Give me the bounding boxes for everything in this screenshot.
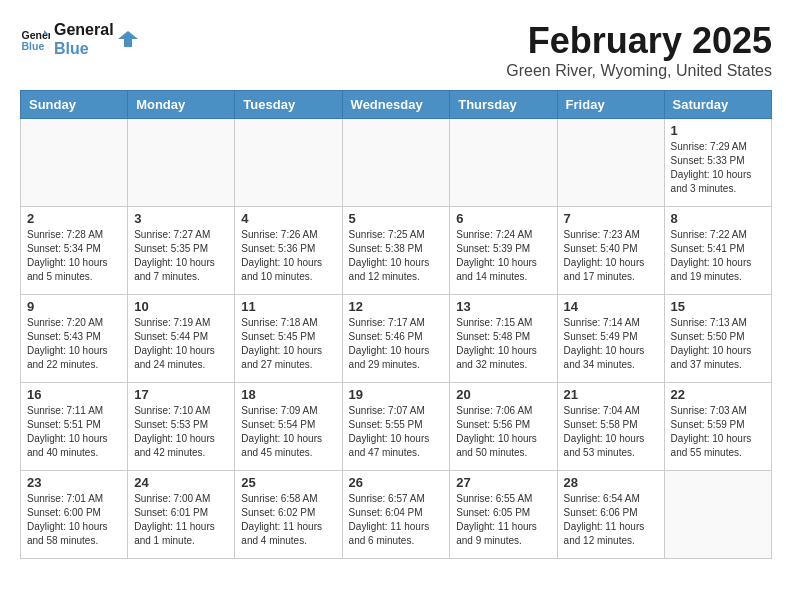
weekday-header-monday: Monday xyxy=(128,91,235,119)
day-info: Sunrise: 7:04 AM Sunset: 5:58 PM Dayligh… xyxy=(564,404,658,460)
calendar-cell: 17Sunrise: 7:10 AM Sunset: 5:53 PM Dayli… xyxy=(128,383,235,471)
day-number: 7 xyxy=(564,211,658,226)
day-info: Sunrise: 7:00 AM Sunset: 6:01 PM Dayligh… xyxy=(134,492,228,548)
logo-bird-icon xyxy=(118,29,138,49)
calendar-cell: 6Sunrise: 7:24 AM Sunset: 5:39 PM Daylig… xyxy=(450,207,557,295)
day-info: Sunrise: 7:19 AM Sunset: 5:44 PM Dayligh… xyxy=(134,316,228,372)
day-info: Sunrise: 7:09 AM Sunset: 5:54 PM Dayligh… xyxy=(241,404,335,460)
day-info: Sunrise: 7:25 AM Sunset: 5:38 PM Dayligh… xyxy=(349,228,444,284)
day-number: 11 xyxy=(241,299,335,314)
calendar-cell: 10Sunrise: 7:19 AM Sunset: 5:44 PM Dayli… xyxy=(128,295,235,383)
calendar-cell: 15Sunrise: 7:13 AM Sunset: 5:50 PM Dayli… xyxy=(664,295,771,383)
day-info: Sunrise: 7:06 AM Sunset: 5:56 PM Dayligh… xyxy=(456,404,550,460)
calendar-cell: 18Sunrise: 7:09 AM Sunset: 5:54 PM Dayli… xyxy=(235,383,342,471)
weekday-header-sunday: Sunday xyxy=(21,91,128,119)
day-number: 6 xyxy=(456,211,550,226)
calendar-cell xyxy=(235,119,342,207)
calendar-title: February 2025 xyxy=(506,20,772,62)
svg-marker-3 xyxy=(118,31,138,47)
calendar-week-row: 16Sunrise: 7:11 AM Sunset: 5:51 PM Dayli… xyxy=(21,383,772,471)
calendar-cell: 24Sunrise: 7:00 AM Sunset: 6:01 PM Dayli… xyxy=(128,471,235,559)
day-number: 10 xyxy=(134,299,228,314)
day-info: Sunrise: 7:26 AM Sunset: 5:36 PM Dayligh… xyxy=(241,228,335,284)
weekday-header-row: SundayMondayTuesdayWednesdayThursdayFrid… xyxy=(21,91,772,119)
day-number: 2 xyxy=(27,211,121,226)
day-number: 9 xyxy=(27,299,121,314)
calendar-cell: 5Sunrise: 7:25 AM Sunset: 5:38 PM Daylig… xyxy=(342,207,450,295)
logo-blue: Blue xyxy=(54,39,114,58)
day-number: 19 xyxy=(349,387,444,402)
calendar-cell: 25Sunrise: 6:58 AM Sunset: 6:02 PM Dayli… xyxy=(235,471,342,559)
calendar-cell: 4Sunrise: 7:26 AM Sunset: 5:36 PM Daylig… xyxy=(235,207,342,295)
calendar-cell: 3Sunrise: 7:27 AM Sunset: 5:35 PM Daylig… xyxy=(128,207,235,295)
day-number: 14 xyxy=(564,299,658,314)
calendar-cell: 8Sunrise: 7:22 AM Sunset: 5:41 PM Daylig… xyxy=(664,207,771,295)
page-header: General Blue General Blue February 2025 … xyxy=(20,20,772,80)
calendar-cell: 16Sunrise: 7:11 AM Sunset: 5:51 PM Dayli… xyxy=(21,383,128,471)
calendar-cell: 23Sunrise: 7:01 AM Sunset: 6:00 PM Dayli… xyxy=(21,471,128,559)
day-info: Sunrise: 7:27 AM Sunset: 5:35 PM Dayligh… xyxy=(134,228,228,284)
calendar-cell: 28Sunrise: 6:54 AM Sunset: 6:06 PM Dayli… xyxy=(557,471,664,559)
calendar-cell: 22Sunrise: 7:03 AM Sunset: 5:59 PM Dayli… xyxy=(664,383,771,471)
day-info: Sunrise: 7:10 AM Sunset: 5:53 PM Dayligh… xyxy=(134,404,228,460)
calendar-table: SundayMondayTuesdayWednesdayThursdayFrid… xyxy=(20,90,772,559)
day-number: 28 xyxy=(564,475,658,490)
day-info: Sunrise: 7:23 AM Sunset: 5:40 PM Dayligh… xyxy=(564,228,658,284)
calendar-cell: 14Sunrise: 7:14 AM Sunset: 5:49 PM Dayli… xyxy=(557,295,664,383)
calendar-cell xyxy=(21,119,128,207)
day-number: 24 xyxy=(134,475,228,490)
day-number: 13 xyxy=(456,299,550,314)
day-number: 21 xyxy=(564,387,658,402)
weekday-header-tuesday: Tuesday xyxy=(235,91,342,119)
calendar-cell: 26Sunrise: 6:57 AM Sunset: 6:04 PM Dayli… xyxy=(342,471,450,559)
calendar-week-row: 1Sunrise: 7:29 AM Sunset: 5:33 PM Daylig… xyxy=(21,119,772,207)
title-section: February 2025 Green River, Wyoming, Unit… xyxy=(506,20,772,80)
day-number: 26 xyxy=(349,475,444,490)
day-number: 27 xyxy=(456,475,550,490)
day-number: 12 xyxy=(349,299,444,314)
day-number: 4 xyxy=(241,211,335,226)
weekday-header-friday: Friday xyxy=(557,91,664,119)
day-info: Sunrise: 7:28 AM Sunset: 5:34 PM Dayligh… xyxy=(27,228,121,284)
day-number: 17 xyxy=(134,387,228,402)
day-info: Sunrise: 7:14 AM Sunset: 5:49 PM Dayligh… xyxy=(564,316,658,372)
day-number: 22 xyxy=(671,387,765,402)
calendar-week-row: 2Sunrise: 7:28 AM Sunset: 5:34 PM Daylig… xyxy=(21,207,772,295)
day-number: 5 xyxy=(349,211,444,226)
day-info: Sunrise: 7:11 AM Sunset: 5:51 PM Dayligh… xyxy=(27,404,121,460)
calendar-cell: 21Sunrise: 7:04 AM Sunset: 5:58 PM Dayli… xyxy=(557,383,664,471)
calendar-cell: 2Sunrise: 7:28 AM Sunset: 5:34 PM Daylig… xyxy=(21,207,128,295)
calendar-cell: 13Sunrise: 7:15 AM Sunset: 5:48 PM Dayli… xyxy=(450,295,557,383)
calendar-cell: 12Sunrise: 7:17 AM Sunset: 5:46 PM Dayli… xyxy=(342,295,450,383)
calendar-cell xyxy=(342,119,450,207)
day-info: Sunrise: 7:13 AM Sunset: 5:50 PM Dayligh… xyxy=(671,316,765,372)
day-info: Sunrise: 7:15 AM Sunset: 5:48 PM Dayligh… xyxy=(456,316,550,372)
day-number: 25 xyxy=(241,475,335,490)
day-info: Sunrise: 7:03 AM Sunset: 5:59 PM Dayligh… xyxy=(671,404,765,460)
day-number: 1 xyxy=(671,123,765,138)
calendar-cell xyxy=(664,471,771,559)
day-number: 8 xyxy=(671,211,765,226)
calendar-cell xyxy=(450,119,557,207)
day-info: Sunrise: 6:55 AM Sunset: 6:05 PM Dayligh… xyxy=(456,492,550,548)
day-number: 23 xyxy=(27,475,121,490)
calendar-cell: 27Sunrise: 6:55 AM Sunset: 6:05 PM Dayli… xyxy=(450,471,557,559)
logo-general: General xyxy=(54,20,114,39)
day-info: Sunrise: 7:07 AM Sunset: 5:55 PM Dayligh… xyxy=(349,404,444,460)
logo: General Blue General Blue xyxy=(20,20,138,58)
day-info: Sunrise: 6:58 AM Sunset: 6:02 PM Dayligh… xyxy=(241,492,335,548)
calendar-week-row: 9Sunrise: 7:20 AM Sunset: 5:43 PM Daylig… xyxy=(21,295,772,383)
day-info: Sunrise: 7:20 AM Sunset: 5:43 PM Dayligh… xyxy=(27,316,121,372)
day-number: 15 xyxy=(671,299,765,314)
svg-text:Blue: Blue xyxy=(22,40,45,52)
calendar-week-row: 23Sunrise: 7:01 AM Sunset: 6:00 PM Dayli… xyxy=(21,471,772,559)
day-info: Sunrise: 7:29 AM Sunset: 5:33 PM Dayligh… xyxy=(671,140,765,196)
calendar-cell xyxy=(128,119,235,207)
calendar-cell: 19Sunrise: 7:07 AM Sunset: 5:55 PM Dayli… xyxy=(342,383,450,471)
day-number: 3 xyxy=(134,211,228,226)
day-info: Sunrise: 7:18 AM Sunset: 5:45 PM Dayligh… xyxy=(241,316,335,372)
weekday-header-wednesday: Wednesday xyxy=(342,91,450,119)
day-number: 16 xyxy=(27,387,121,402)
calendar-subtitle: Green River, Wyoming, United States xyxy=(506,62,772,80)
day-info: Sunrise: 7:22 AM Sunset: 5:41 PM Dayligh… xyxy=(671,228,765,284)
